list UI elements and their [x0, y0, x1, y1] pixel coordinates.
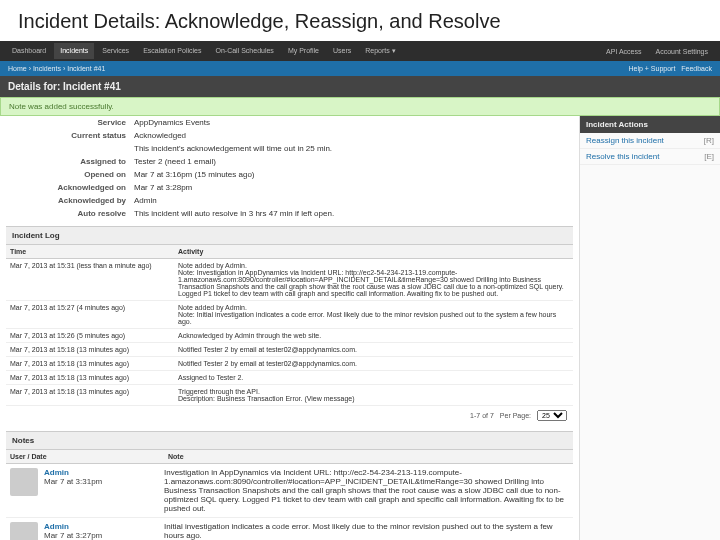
field-label: Acknowledged on	[6, 183, 134, 192]
table-row: Mar 7, 2013 at 15:26 (5 minutes ago)Ackn…	[6, 329, 573, 343]
nav-account-settings[interactable]: Account Settings	[649, 44, 714, 59]
breadcrumb: Home › Incidents › Incident #41 Help + S…	[0, 61, 720, 76]
nav-api-access[interactable]: API Access	[600, 44, 647, 59]
field-value: Mar 7 at 3:16pm (15 minutes ago)	[134, 170, 573, 179]
table-row: Mar 7, 2013 at 15:18 (13 minutes ago)Ass…	[6, 371, 573, 385]
nav-escalation-policies[interactable]: Escalation Policies	[137, 43, 207, 59]
field-value[interactable]: Admin	[134, 196, 573, 205]
feedback-link[interactable]: Feedback	[681, 65, 712, 72]
incident-log-header: Incident Log	[6, 226, 573, 245]
field-value[interactable]: Tester 2 (need 1 email)	[134, 157, 573, 166]
avatar	[10, 522, 38, 540]
table-row: Mar 7, 2013 at 15:18 (13 minutes ago)Not…	[6, 357, 573, 371]
col-note: Note	[164, 450, 573, 464]
incident-actions-panel: Incident Actions Reassign this incident[…	[579, 116, 720, 540]
incident-log-table: Time Activity Mar 7, 2013 at 15:31 (less…	[6, 245, 573, 406]
crumb[interactable]: Home	[8, 65, 27, 72]
pager-label: Per Page:	[500, 412, 531, 419]
action-resolve-this-incident[interactable]: Resolve this incident[E]	[580, 149, 720, 165]
flash-message: Note was added successfully.	[0, 97, 720, 116]
crumb[interactable]: Incidents	[33, 65, 61, 72]
help-link[interactable]: Help + Support	[629, 65, 676, 72]
notes-header-row: User / Date Note	[6, 450, 573, 464]
note-user[interactable]: Admin	[44, 468, 69, 477]
nav-dashboard[interactable]: Dashboard	[6, 43, 52, 59]
col-activity: Activity	[174, 245, 573, 259]
table-row: Mar 7, 2013 at 15:27 (4 minutes ago)Note…	[6, 301, 573, 329]
page-title: Incident Details: Acknowledge, Reassign,…	[0, 0, 720, 41]
avatar	[10, 468, 38, 496]
top-nav: DashboardIncidentsServicesEscalation Pol…	[0, 41, 720, 61]
field-label: Assigned to	[6, 157, 134, 166]
nav-my-profile[interactable]: My Profile	[282, 43, 325, 59]
col-time: Time	[6, 245, 174, 259]
field-label: Opened on	[6, 170, 134, 179]
col-user-date: User / Date	[6, 450, 164, 464]
nav-on-call-schedules[interactable]: On-Call Schedules	[210, 43, 280, 59]
field-value: This incident will auto resolve in 3 hrs…	[134, 209, 573, 218]
actions-title: Incident Actions	[580, 116, 720, 133]
note-row: AdminMar 7 at 3:31pmInvestigation in App…	[6, 464, 573, 518]
per-page-select[interactable]: 25	[537, 410, 567, 421]
field-value: Acknowledged	[134, 131, 573, 140]
table-row: Mar 7, 2013 at 15:18 (13 minutes ago)Not…	[6, 343, 573, 357]
note-row: AdminMar 7 at 3:27pmInitial investigatio…	[6, 518, 573, 540]
field-label: Current status	[6, 131, 134, 140]
crumb[interactable]: Incident #41	[67, 65, 105, 72]
field-label: Acknowledged by	[6, 196, 134, 205]
field-label	[6, 144, 134, 153]
field-label: Auto resolve	[6, 209, 134, 218]
table-row: Mar 7, 2013 at 15:18 (13 minutes ago)Tri…	[6, 385, 573, 406]
field-value: Mar 7 at 3:28pm	[134, 183, 573, 192]
note-user[interactable]: Admin	[44, 522, 69, 531]
details-header: Details for: Incident #41	[0, 76, 720, 97]
pager-status: 1-7 of 7	[470, 412, 494, 419]
field-value[interactable]: AppDynamics Events	[134, 118, 573, 127]
field-value: This incident's acknowledgement will tim…	[134, 144, 573, 153]
nav-incidents[interactable]: Incidents	[54, 43, 94, 59]
field-label: Service	[6, 118, 134, 127]
nav-users[interactable]: Users	[327, 43, 357, 59]
nav-services[interactable]: Services	[96, 43, 135, 59]
nav-reports-[interactable]: Reports ▾	[359, 43, 401, 59]
table-row: Mar 7, 2013 at 15:31 (less than a minute…	[6, 259, 573, 301]
notes-header: Notes	[6, 431, 573, 450]
action-reassign-this-incident[interactable]: Reassign this incident[R]	[580, 133, 720, 149]
pager: 1-7 of 7 Per Page: 25	[6, 406, 573, 425]
